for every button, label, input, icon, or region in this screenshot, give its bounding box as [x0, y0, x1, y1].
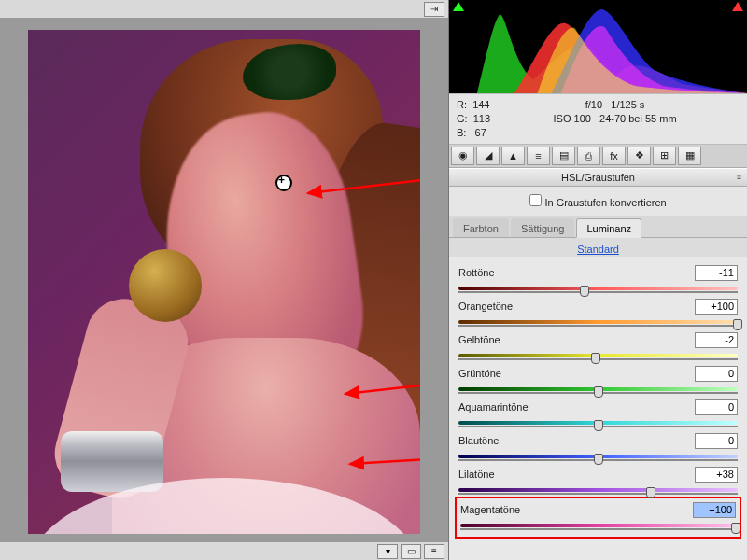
panel-toolstrip: ◉◢▲≡▤⎙fx❖⊞▦ [449, 145, 747, 168]
grayscale-checkbox-label[interactable]: In Graustufen konvertieren [529, 197, 666, 208]
slider-track[interactable] [458, 350, 738, 361]
toolstrip-button-8[interactable]: ⊞ [653, 147, 676, 165]
slider-track[interactable] [458, 384, 738, 395]
hsl-panel-title: HSL/Graustufen [561, 172, 635, 183]
slider-value-input[interactable] [695, 399, 738, 415]
r-value: 144 [472, 99, 489, 110]
develop-panel: R: 144 G: 113 B: 67 f/10 1/125 s ISO 100… [448, 0, 747, 560]
slider-thumb[interactable] [594, 454, 603, 465]
slider-track[interactable] [458, 484, 738, 496]
slider-label: Rottöne [458, 267, 495, 278]
exposure-readout: f/10 1/125 s ISO 100 24-70 bei 55 mm [500, 98, 740, 140]
slider-row-aquamarintöne: Aquamarintöne [458, 399, 738, 428]
slider-row-gelbtöne: Gelbtöne [458, 332, 738, 361]
reset-standard-row: Standard [449, 238, 747, 257]
slider-value-input[interactable] [695, 299, 738, 315]
panel-menu-icon[interactable]: ≡ [737, 173, 741, 182]
settings-button[interactable]: ≡ [424, 544, 444, 559]
slider-track[interactable] [460, 520, 736, 531]
filter-button[interactable]: ▾ [377, 544, 398, 559]
g-label: G: [457, 113, 468, 124]
toolstrip-button-3[interactable]: ≡ [527, 147, 550, 165]
toolstrip-button-6[interactable]: fx [602, 147, 626, 165]
preview-body[interactable] [0, 19, 448, 541]
slider-value-input[interactable] [695, 366, 738, 382]
preview-pane: ⇥ ▾ ▭ ≡ [0, 0, 448, 560]
slider-thumb[interactable] [594, 386, 603, 398]
slider-row-grüntöne: Grüntöne [458, 366, 738, 395]
slider-row-lilatöne: Lilatöne [458, 467, 738, 496]
slider-value-input[interactable] [693, 502, 736, 518]
toolstrip-button-1[interactable]: ◢ [476, 147, 500, 165]
toolstrip-button-2[interactable]: ▲ [501, 147, 525, 165]
slider-value-input[interactable] [695, 332, 738, 348]
slider-value-input[interactable] [695, 467, 738, 483]
reset-standard-link[interactable]: Standard [577, 244, 619, 255]
slider-label: Aquamarintöne [458, 401, 529, 413]
toolstrip-button-4[interactable]: ▤ [552, 147, 575, 165]
toolstrip-button-0[interactable]: ◉ [451, 147, 474, 165]
iso-value: ISO 100 [554, 113, 591, 124]
toolstrip-button-9[interactable]: ▦ [678, 147, 701, 165]
slider-value-input[interactable] [695, 433, 738, 449]
slider-row-blautöne: Blautöne [458, 433, 738, 462]
slider-label: Gelbtöne [458, 334, 500, 345]
slider-track[interactable] [458, 316, 738, 328]
slider-row-rottöne: Rottöne [458, 265, 738, 294]
tab-luminance[interactable]: Luminanz [576, 218, 641, 238]
slider-track[interactable] [458, 451, 738, 462]
grayscale-label-text: In Graustufen konvertieren [544, 197, 666, 208]
lens-value: 24-70 bei 55 mm [599, 113, 677, 124]
tab-saturation[interactable]: Sättigung [511, 218, 574, 237]
grayscale-row: In Graustufen konvertieren [449, 187, 747, 216]
shutter-value: 1/125 s [611, 99, 644, 110]
r-label: R: [457, 99, 467, 110]
slider-thumb[interactable] [733, 319, 742, 330]
slider-thumb[interactable] [646, 487, 655, 498]
b-label: B: [457, 127, 466, 138]
slider-label: Grüntöne [458, 368, 501, 379]
slider-thumb[interactable] [591, 353, 600, 364]
preview-toolbar-top: ⇥ [0, 0, 448, 19]
svg-line-0 [308, 179, 420, 193]
g-value: 113 [473, 113, 490, 124]
exif-info-row: R: 144 G: 113 B: 67 f/10 1/125 s ISO 100… [449, 93, 747, 145]
slider-label: Orangetöne [458, 301, 513, 312]
slider-row-magentatöne: Magentatöne [458, 500, 738, 535]
hsl-panel-header[interactable]: HSL/Graustufen ≡ [449, 168, 747, 187]
aperture-value: f/10 [585, 99, 602, 110]
slider-track[interactable] [458, 417, 738, 428]
compare-button[interactable]: ▭ [401, 544, 421, 559]
slider-label: Lilatöne [458, 469, 495, 480]
preview-toolbar-bottom: ▾ ▭ ≡ [0, 541, 448, 560]
b-value: 67 [475, 127, 486, 138]
photo-preview[interactable] [28, 30, 420, 534]
fullscreen-toggle-button[interactable]: ⇥ [424, 2, 444, 17]
histogram[interactable] [449, 0, 747, 93]
hsl-tabs: Farbton Sättigung Luminanz [449, 216, 747, 238]
svg-line-1 [345, 385, 420, 394]
slider-track[interactable] [458, 283, 738, 294]
slider-value-input[interactable] [695, 265, 738, 281]
histogram-chart [449, 0, 747, 93]
tab-hue[interactable]: Farbton [453, 218, 509, 237]
grayscale-checkbox[interactable] [529, 194, 542, 206]
slider-label: Magentatöne [460, 504, 520, 515]
toolstrip-button-7[interactable]: ❖ [627, 147, 651, 165]
annotation-arrows [28, 30, 420, 534]
slider-thumb[interactable] [594, 420, 603, 431]
slider-label: Blautöne [458, 435, 499, 446]
toolstrip-button-5[interactable]: ⎙ [577, 147, 600, 165]
slider-thumb[interactable] [731, 523, 740, 534]
luminance-sliders-group: RottöneOrangetöneGelbtöneGrüntöneAquamar… [449, 257, 747, 560]
slider-thumb[interactable] [580, 286, 589, 297]
slider-row-orangetöne: Orangetöne [458, 299, 738, 328]
rgb-readout: R: 144 G: 113 B: 67 [457, 98, 500, 140]
svg-line-2 [350, 459, 420, 464]
